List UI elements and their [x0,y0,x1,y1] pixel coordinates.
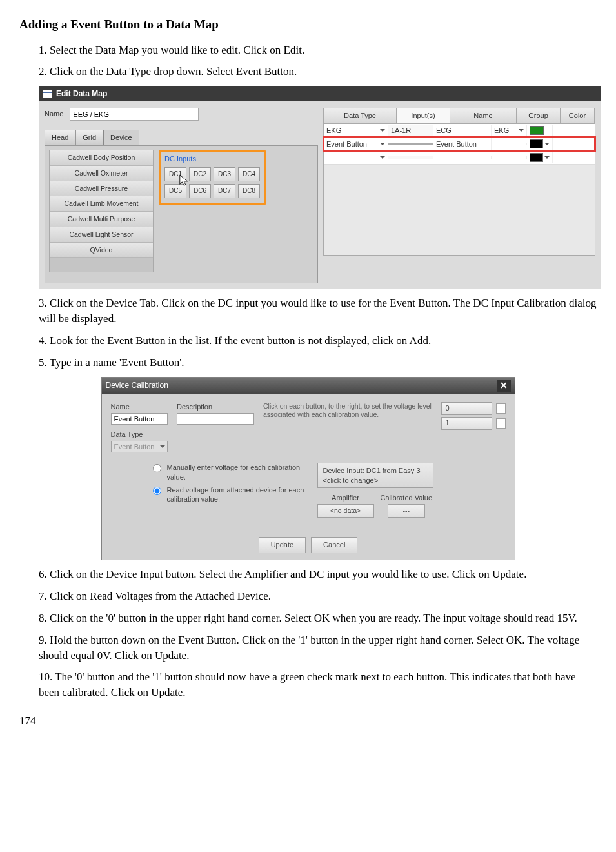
dc4-button[interactable]: DC4 [238,167,260,181]
table-row[interactable]: EKG 1A-1R ECG EKG [324,124,595,137]
tab-head[interactable]: Head [45,130,75,145]
chevron-down-icon[interactable] [380,129,385,132]
window-title: Edit Data Map [56,88,107,99]
dc1-button[interactable]: DC1 [164,167,186,181]
window-icon [43,90,52,98]
amplifier-value: <no data> [317,504,374,518]
color-swatch[interactable] [530,126,544,135]
cancel-button[interactable]: Cancel [311,537,357,553]
step-5: 5. Type in a name 'Event Button'. [39,355,597,370]
value-1-checkbox [496,418,506,429]
description-input[interactable] [177,413,254,425]
data-type-select[interactable] [111,441,168,452]
close-button[interactable]: ✕ [497,380,511,392]
dc3-button[interactable]: DC3 [214,167,235,181]
device-input-text: Device Input: DC1 from Easy 3 [323,467,421,474]
value-1-button[interactable]: 1 [441,417,492,430]
header-group: Group [517,108,561,123]
chevron-down-icon[interactable] [160,445,165,448]
dc8-button[interactable]: DC8 [238,184,260,198]
step-4: 4. Look for the Event Button in the list… [39,333,597,349]
cell-group: EKG [494,126,509,136]
header-name: Name [450,108,517,123]
step-3: 3. Click on the Device Tab. Click on the… [39,296,597,327]
cell-input [388,156,433,159]
window-title: Device Calibration [106,380,168,391]
name-label: Name [111,402,168,412]
dc5-button[interactable]: DC5 [164,184,186,198]
radio-manual-label: Manually enter voltage for each calibrat… [167,463,304,482]
table-row[interactable] [324,151,595,165]
chevron-down-icon[interactable] [380,143,385,145]
screenshot-device-calibration: Device Calibration ✕ Name Data Type Desc… [101,377,515,561]
calibrated-label: Calibrated Value [381,493,433,503]
cell-name: Event Button [433,138,492,150]
radio-manual[interactable] [153,464,161,472]
device-item[interactable]: Cadwell Pressure [50,181,153,197]
color-swatch[interactable] [530,153,543,162]
page-title: Adding a Event Button to a Data Map [19,16,597,34]
header-color: Color [561,108,595,123]
name-input[interactable] [111,413,168,425]
device-item-empty [50,258,153,272]
color-swatch[interactable] [530,139,543,148]
device-item[interactable]: Cadwell Multi Purpose [50,212,153,227]
window-titlebar: Device Calibration ✕ [102,378,515,394]
cell-name [433,156,492,159]
chevron-down-icon[interactable] [519,129,524,132]
calibrated-value: --- [388,504,425,518]
step-6: 6. Click on the Device Input button. Sel… [39,567,597,582]
chevron-down-icon[interactable] [544,143,550,145]
device-item[interactable]: Cadwell Oximeter [50,166,153,181]
radio-read[interactable] [153,487,161,495]
device-input-button[interactable]: Device Input: DC1 from Easy 3 <click to … [317,463,433,488]
step-1: 1. Select the Data Map you would like to… [39,43,597,58]
chevron-down-icon[interactable] [544,156,550,159]
cell-input [388,143,433,145]
dc7-button[interactable]: DC7 [214,184,235,198]
name-label: Name [45,109,63,119]
step-7: 7. Click on Read Voltages from the Attac… [39,589,597,604]
device-input-hint: <click to change> [323,476,379,484]
name-input[interactable] [70,108,199,121]
cell-name: ECG [433,125,492,137]
value-0-button[interactable]: 0 [441,402,492,415]
value-0-checkbox [496,403,506,414]
dc2-button[interactable]: DC2 [189,167,211,181]
window-titlebar: Edit Data Map [39,86,601,101]
table-row-highlighted[interactable]: Event Button Event Button [324,137,595,151]
tab-device[interactable]: Device [103,130,139,145]
table-empty-area [324,165,595,255]
screenshot-edit-data-map: Edit Data Map Name Head Grid Device Cadw… [39,86,601,289]
amplifier-label: Amplifier [332,493,359,503]
device-item[interactable]: QVideo [50,243,153,258]
step-2: 2. Click on the Data Type drop down. Sel… [39,64,597,79]
cell-type: EKG [326,126,341,136]
header-data-type: Data Type [324,108,397,123]
dc-inputs-header: DC Inputs [164,154,260,164]
device-item[interactable]: Cadwell Body Position [50,150,153,166]
help-text: Click on each button, to the right, to s… [263,402,432,420]
step-10: 10. The '0' button and the '1' button sh… [39,669,597,700]
radio-read-label: Read voltage from attached device for ea… [167,485,304,504]
description-label: Description [177,402,254,412]
update-button[interactable]: Update [259,537,306,553]
cell-type: Event Button [326,139,367,149]
tab-grid[interactable]: Grid [75,130,103,145]
step-9: 9. Hold the button down on the Event But… [39,633,597,664]
device-list: Cadwell Body Position Cadwell Oximeter C… [49,150,154,272]
cell-group [492,156,527,159]
step-8: 8. Click on the '0' button in the upper … [39,611,597,626]
tab-bar: Head Grid Device [45,130,318,145]
page-number: 174 [19,713,597,729]
data-type-label: Data Type [111,430,168,440]
chevron-down-icon[interactable] [380,156,385,159]
device-item[interactable]: Cadwell Light Sensor [50,227,153,243]
header-inputs: Input(s) [397,108,450,123]
cell-input: 1A-1R [388,125,433,137]
device-item[interactable]: Cadwell Limb Movement [50,196,153,212]
dc6-button[interactable]: DC6 [189,184,211,198]
data-table-header: Data Type Input(s) Name Group Color [324,108,595,124]
dc-inputs-box: DC Inputs DC1 DC2 DC3 DC4 DC5 DC6 DC7 DC… [159,150,266,205]
